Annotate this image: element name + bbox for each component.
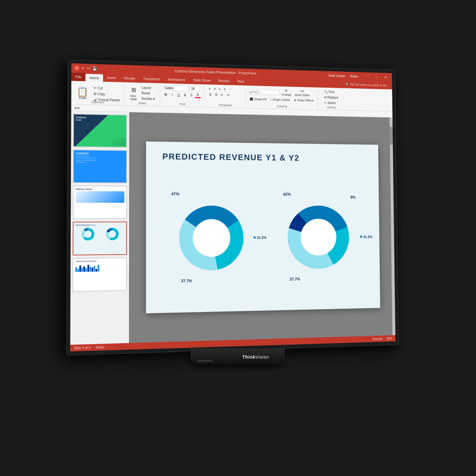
font-size-select[interactable]: 18 [189, 86, 200, 92]
slide-count: Slide 4 of 5 [74, 346, 90, 350]
slide-container: PREDICTED REVENUE Y1 & Y2 47% 31.2% [146, 141, 380, 313]
select-icon: ↖ [324, 101, 327, 105]
font-name-select[interactable]: Calibri [163, 85, 188, 91]
new-slide-button[interactable]: ⊞ NewSlide [129, 85, 139, 102]
numbered-list-button[interactable]: ☰ [214, 92, 219, 97]
new-slide-label: NewSlide [130, 94, 137, 101]
paste-button[interactable]: 📋 Paste [74, 86, 91, 100]
donut-chart-y2: 42% 9% 31.2% 37.7% [286, 204, 350, 270]
paste-icon: 📋 [77, 87, 89, 96]
quick-styles-button[interactable]: Aa Quick Styles [293, 89, 311, 97]
maximize-button[interactable]: □ [373, 73, 381, 80]
layout-button[interactable]: Layout [140, 85, 156, 90]
paragraph-group-label: Paragraph [205, 103, 246, 107]
chart1-pct-377: 37.7% [181, 279, 192, 283]
slide-info-label: ◀ ▶ [74, 106, 80, 110]
slide-thumb-2[interactable]: 2 CONTENTS EMERGING TRENDS PREDICTED REV… [73, 149, 127, 183]
view-normal[interactable]: Normal [373, 337, 382, 341]
slide-thumb-4[interactable]: 4 PREDICTED REVENUE Y1 & Y2 [73, 221, 127, 255]
find-label: Find [328, 90, 334, 94]
justify-button[interactable]: ≡ [222, 87, 227, 91]
shape-effects-button[interactable]: ◈ Shape Effects [293, 98, 315, 103]
section-button[interactable]: Section ▾ [140, 96, 156, 101]
chart2-pct-9: 9% [350, 195, 355, 199]
donut-chart-y1: 47% 31.2% 37.7% [178, 204, 245, 272]
zoom-level: 60% [387, 337, 393, 340]
new-slide-icon: ⊞ [131, 86, 136, 94]
main-scrollbar[interactable] [390, 117, 395, 335]
monitor-bezel: P ↩ ↪ 💾 Contoso Electronics Sales Presen… [66, 59, 399, 356]
slide-thumb-1[interactable]: 1 BUSINESSPLAN [73, 114, 127, 148]
chart1-pct-47: 47% [171, 191, 180, 196]
clipboard-group: 📋 Paste ✂ Cut ⧉ Copy [71, 82, 125, 105]
tab-transitions[interactable]: Transitions [139, 74, 164, 83]
main-scrollbar-thumb[interactable] [390, 127, 393, 145]
font-color-button[interactable]: A [195, 92, 201, 98]
underline-button[interactable]: U [176, 92, 182, 97]
font-group-label: Font [160, 102, 205, 106]
indent-increase-button[interactable]: ⇥ [225, 92, 230, 97]
share-button[interactable]: Share [350, 75, 358, 78]
monitor-stand: ThinkVision [190, 348, 285, 365]
svg-point-19 [301, 219, 336, 255]
think-text: Think [242, 354, 256, 360]
copy-label: Copy [97, 92, 105, 96]
editing-controls: 🔍 Find ⇄ Replace ↖ Select [323, 89, 340, 106]
minimize-button[interactable]: ─ [364, 73, 372, 80]
slide-thumb-3[interactable]: 3 EMERGING TRENDS [73, 186, 127, 219]
close-button[interactable]: ✕ [381, 74, 390, 81]
window-title: Contoso Electronics Sales Presentation -… [175, 69, 256, 75]
cut-button[interactable]: ✂ Cut [92, 85, 104, 91]
cut-label: Cut [98, 86, 103, 90]
cut-icon: ✂ [94, 86, 96, 90]
slide-thumb-5[interactable]: 5 COMPETITOR REVENUE GRAPH [72, 257, 127, 292]
tab-insert[interactable]: Insert [103, 73, 120, 82]
bold-button[interactable]: B [163, 92, 169, 97]
replace-button[interactable]: ⇄ Replace [323, 95, 340, 100]
shapes-row: △▽□◯→⋯ ⊞ Arrange Aa Quick Styles [248, 88, 315, 98]
undo-icon[interactable]: ↩ [82, 66, 85, 71]
align-right-button[interactable]: ≡ [218, 87, 222, 91]
tab-file[interactable]: File [71, 72, 85, 81]
tab-slideshow[interactable]: Slide Show [189, 76, 215, 85]
paragraph-group: ≡ ≡ ≡ ≡ ⫶ ☰ ☰ ⇤ ⇥ [205, 86, 246, 108]
copy-button[interactable]: ⧉ Copy [92, 91, 106, 97]
italic-button[interactable]: I [169, 92, 175, 97]
slides-sub: Layout Reset Section ▾ [140, 85, 156, 102]
save-icon[interactable]: 💾 [92, 66, 97, 71]
shape-outline-button[interactable]: □ Shape Outline [269, 97, 291, 102]
arrange-button[interactable]: ⊞ Arrange [280, 88, 293, 97]
notes-button[interactable]: Notes [96, 345, 104, 349]
strikethrough-button[interactable]: S [182, 93, 188, 97]
tab-review[interactable]: Review [215, 76, 234, 85]
tab-design[interactable]: Design [120, 74, 139, 83]
content-area: 1 BUSINESSPLAN 2 CONT [70, 111, 395, 345]
indent-decrease-button[interactable]: ⇤ [220, 92, 225, 97]
chart2-pct-317: 31.2% [360, 235, 373, 239]
align-row: ≡ ≡ ≡ ≡ ⫶ [208, 86, 243, 92]
drawing-group: △▽□◯→⋯ ⊞ Arrange Aa Quick Styles [246, 87, 318, 109]
layout-label: Layout [142, 86, 151, 90]
shadow-button[interactable]: S [188, 93, 194, 97]
shape-fill-button[interactable]: ⬛ Shape Fill [248, 97, 268, 102]
section-label: Section ▾ [142, 97, 155, 101]
tab-view[interactable]: View [233, 77, 248, 86]
align-center-button[interactable]: ≡ [213, 87, 217, 91]
align-left-button[interactable]: ≡ [208, 86, 212, 91]
main-area: PREDICTED REVENUE Y1 & Y2 47% 31.2% [129, 112, 395, 343]
font-name-row: Calibri 18 [163, 85, 202, 91]
columns-button[interactable]: ⫶ [228, 87, 232, 92]
reset-button[interactable]: Reset [140, 91, 156, 96]
font-group: Calibri 18 B I U S S A [160, 84, 205, 107]
list-row: ☰ ☰ ⇤ ⇥ [208, 92, 243, 98]
redo-icon[interactable]: ↪ [87, 66, 90, 71]
select-button[interactable]: ↖ Select [323, 101, 340, 106]
shapes-gallery[interactable]: △▽□◯→⋯ [248, 89, 279, 95]
bullet-list-button[interactable]: ☰ [208, 92, 213, 97]
tab-animations[interactable]: Animations [164, 75, 189, 84]
svg-point-13 [193, 219, 230, 257]
tab-home[interactable]: Home [85, 74, 103, 82]
find-button[interactable]: 🔍 Find [323, 89, 340, 95]
search-bar[interactable]: 🔍 Tell me what you want to do... [342, 80, 392, 89]
monitor-outer: P ↩ ↪ 💾 Contoso Electronics Sales Presen… [63, 63, 413, 413]
